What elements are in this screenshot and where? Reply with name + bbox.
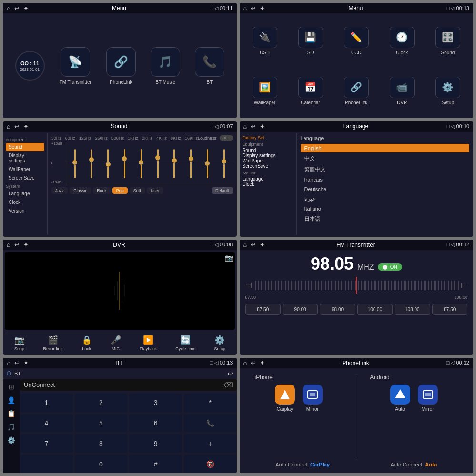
pl-carplay[interactable]: Carplay xyxy=(275,385,295,412)
settings-icon-p7[interactable]: ✦ xyxy=(23,359,29,366)
dial-1[interactable]: 1 xyxy=(20,394,73,412)
menu-item-phonelink[interactable]: 🔗 PhoneLink xyxy=(106,47,136,85)
home-icon-p8[interactable]: ⌂ xyxy=(243,359,247,366)
menu-item-fm[interactable]: 📡 FM Transmitter xyxy=(60,47,91,85)
home-icon-p7[interactable]: ⌂ xyxy=(7,359,10,366)
settings-icon-p6[interactable]: ✦ xyxy=(260,241,265,248)
bt-back-btn[interactable]: ↩ xyxy=(227,370,233,377)
dial-2[interactable]: 2 xyxy=(75,394,128,412)
settings-icon-p5[interactable]: ✦ xyxy=(23,241,29,248)
sidebar-wallpaper[interactable]: WallPaper xyxy=(6,165,44,173)
preset-jazz[interactable]: Jazz xyxy=(51,187,68,194)
home-icon-p3[interactable]: ⌂ xyxy=(7,123,10,130)
home-icon-p6[interactable]: ⌂ xyxy=(243,241,247,248)
toggle-off[interactable]: OFF xyxy=(220,135,233,141)
settings-icon-p4[interactable]: ✦ xyxy=(260,123,265,130)
lang-french[interactable]: français xyxy=(301,175,470,184)
lang-trad-chinese[interactable]: 繁體中文 xyxy=(301,164,470,174)
speaker-icon-p7[interactable]: ◁ xyxy=(214,360,218,365)
lang-sidebar-display[interactable]: Display settings xyxy=(243,153,294,158)
lang-japanese[interactable]: 日本語 xyxy=(301,214,470,224)
back-icon-p4[interactable]: ↩ xyxy=(251,123,256,130)
menu-grid-calendar[interactable]: 📅 Calendar xyxy=(289,67,332,114)
dial-plus[interactable]: + xyxy=(184,434,237,453)
dvr-playback[interactable]: ▶️ Playback xyxy=(140,335,157,351)
bt-music-icon[interactable]: 🎵 xyxy=(7,423,15,431)
fm-btn-2[interactable]: 90.00 xyxy=(283,304,318,315)
home-icon[interactable]: ⌂ xyxy=(7,5,10,12)
home-icon-p5[interactable]: ⌂ xyxy=(7,241,10,248)
menu-grid-sd[interactable]: 💾 SD xyxy=(289,17,332,64)
volume-icon-p3[interactable]: □ xyxy=(210,123,213,129)
settings-icon[interactable]: ✦ xyxy=(23,5,29,12)
fm-toggle[interactable]: ON xyxy=(378,263,402,271)
speaker-icon-p4[interactable]: ◁ xyxy=(451,123,455,129)
preset-default[interactable]: Default xyxy=(212,187,233,194)
volume-icon[interactable]: □ xyxy=(210,5,213,11)
menu-grid-sound[interactable]: 🎛️ Sound xyxy=(426,17,469,64)
preset-pop[interactable]: Pop xyxy=(112,187,128,194)
dvr-setup[interactable]: ⚙️ Setup xyxy=(214,335,225,351)
back-icon-p3[interactable]: ↩ xyxy=(14,123,20,130)
back-icon[interactable]: ↩ xyxy=(14,5,20,12)
back-icon-p6[interactable]: ↩ xyxy=(251,241,256,248)
menu-grid-phonelink[interactable]: 🔗 PhoneLink xyxy=(335,67,378,114)
menu-grid-dvr[interactable]: 📹 DVR xyxy=(381,67,424,114)
dvr-lock[interactable]: 🔒 Lock xyxy=(81,335,92,351)
sidebar-language[interactable]: Language xyxy=(6,190,44,198)
fm-right-arrow[interactable]: ⊢ xyxy=(461,281,467,290)
lang-sidebar-clock[interactable]: Clock xyxy=(243,182,294,187)
dial-7[interactable]: 7 xyxy=(20,434,73,453)
menu-item-bt[interactable]: 📞 BT xyxy=(195,47,224,85)
lang-italian[interactable]: Italiano xyxy=(301,204,470,213)
volume-icon-p5[interactable]: □ xyxy=(210,242,213,247)
fm-btn-6[interactable]: 87.50 xyxy=(432,304,467,315)
dial-0[interactable]: 0 xyxy=(75,455,128,473)
fm-btn-1[interactable]: 87.50 xyxy=(245,304,281,315)
back-icon-p2[interactable]: ↩ xyxy=(251,5,256,12)
fm-btn-3[interactable]: 98.00 xyxy=(320,304,355,315)
volume-icon-p7[interactable]: □ xyxy=(210,360,213,365)
volume-icon-p4[interactable]: □ xyxy=(446,123,450,129)
bt-grid-icon[interactable]: ⊞ xyxy=(9,383,14,391)
home-icon-p2[interactable]: ⌂ xyxy=(243,5,247,12)
dvr-recording[interactable]: 🎬 Recording xyxy=(43,335,63,351)
dial-3[interactable]: 3 xyxy=(129,394,182,412)
bt-settings-icon[interactable]: ⚙️ xyxy=(7,436,15,444)
fm-btn-5[interactable]: 108.00 xyxy=(395,304,430,315)
volume-icon-p2[interactable]: □ xyxy=(446,5,450,11)
home-icon-p4[interactable]: ⌂ xyxy=(243,123,247,130)
bt-list-icon[interactable]: 📋 xyxy=(7,410,15,417)
dial-call[interactable]: 📞 xyxy=(184,414,237,433)
dvr-cycletime[interactable]: 🔄 Cycle time xyxy=(175,335,195,351)
sidebar-screensave[interactable]: ScreenSave xyxy=(6,174,44,182)
lang-sidebar-sound[interactable]: Sound xyxy=(243,148,294,153)
dial-endcall[interactable]: 📵 xyxy=(184,455,237,473)
menu-grid-wallpaper[interactable]: 🖼️ WallPaper xyxy=(243,67,286,114)
dial-8[interactable]: 8 xyxy=(75,434,128,453)
settings-icon-p3[interactable]: ✦ xyxy=(23,123,29,130)
bt-backspace-btn[interactable]: ⌫ xyxy=(223,381,233,389)
lang-sidebar-screensave[interactable]: ScreenSave xyxy=(243,163,294,169)
menu-grid-usb[interactable]: 🔌 USB xyxy=(243,17,286,64)
fm-btn-4[interactable]: 106.00 xyxy=(357,304,393,315)
fm-left-arrow[interactable]: ⊣ xyxy=(245,281,252,290)
preset-soft[interactable]: Soft xyxy=(130,187,145,194)
settings-icon-p8[interactable]: ✦ xyxy=(260,359,265,366)
dial-6[interactable]: 6 xyxy=(129,414,182,433)
dvr-snap[interactable]: 📷 Snap xyxy=(14,335,25,351)
speaker-icon-p2[interactable]: ◁ xyxy=(451,5,455,11)
pl-auto[interactable]: Auto xyxy=(390,385,410,412)
pl-mirror-iphone[interactable]: Mirror xyxy=(303,385,323,412)
back-icon-p5[interactable]: ↩ xyxy=(14,241,20,248)
lang-sidebar-wallpaper[interactable]: WallPaper xyxy=(243,158,294,163)
sidebar-clock[interactable]: Clock xyxy=(6,198,44,206)
dial-9[interactable]: 9 xyxy=(129,434,182,453)
volume-icon-p6[interactable]: □ xyxy=(446,242,450,247)
bt-person-icon[interactable]: 👤 xyxy=(7,396,15,404)
preset-classic[interactable]: Classic xyxy=(70,187,91,194)
sidebar-display[interactable]: Display settings xyxy=(6,152,44,165)
preset-user[interactable]: User xyxy=(147,187,163,194)
sidebar-version[interactable]: Version xyxy=(6,207,44,215)
lang-english[interactable]: English xyxy=(301,144,470,152)
